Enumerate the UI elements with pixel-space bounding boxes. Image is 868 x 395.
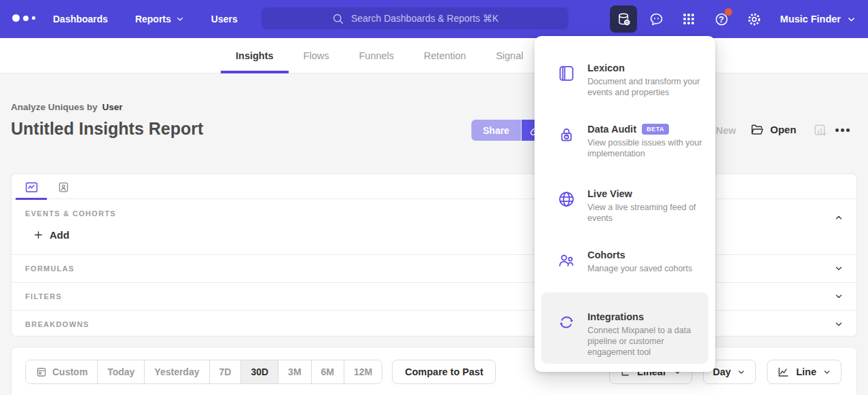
chevron-down-icon [176, 15, 184, 23]
apps-grid-icon [681, 12, 696, 27]
project-switcher[interactable]: Music Finder [780, 0, 856, 38]
folder-icon [750, 122, 764, 137]
chevron-down-icon [822, 368, 831, 377]
dot [841, 128, 844, 132]
audit-lock-icon [557, 125, 576, 144]
menu-item-description: Document and transform your events and p… [587, 76, 708, 98]
range-6m[interactable]: 6M [311, 360, 344, 383]
settings-button[interactable] [740, 5, 767, 33]
menu-item-description: Manage your saved cohorts [587, 263, 708, 274]
report-tabbar: Insights Flows Funnels Retention Signal … [0, 38, 868, 73]
line-chart-icon [777, 366, 790, 379]
book-icon [557, 64, 576, 83]
nav-users[interactable]: Users [211, 14, 238, 24]
search-icon [331, 12, 344, 25]
analyze-prefix: Analyze Uniques by [11, 102, 98, 112]
more-options-button[interactable] [835, 128, 850, 132]
top-navbar: Dashboards Reports Users Search Dashboar… [0, 0, 868, 38]
navbar-tools: ? [610, 5, 767, 33]
tab-signal[interactable]: Signal [481, 38, 538, 73]
chevron-down-icon [847, 15, 856, 24]
formulas-section[interactable]: FORMULAS [12, 254, 856, 282]
menu-item-integrations[interactable]: Integrations Connect Mixpanel to a data … [541, 292, 708, 364]
breakdowns-label: BREAKDOWNS [12, 320, 89, 328]
globe-icon [557, 190, 576, 209]
menu-item-title: Data Audit [587, 124, 636, 135]
report-tabs: Insights Flows Funnels Retention Signal … [221, 38, 579, 73]
beta-badge: BETA [642, 124, 669, 135]
chevron-down-icon[interactable] [834, 292, 844, 301]
open-label: Open [770, 124, 796, 135]
data-management-menu: Lexicon Document and transform your even… [535, 36, 715, 372]
feedback-bubble-icon [649, 12, 664, 27]
dot [846, 128, 850, 132]
integrations-sync-icon [557, 313, 576, 332]
analyze-line: Analyze Uniques by User [11, 102, 123, 112]
range-3m[interactable]: 3M [278, 360, 310, 383]
add-event-button[interactable]: Add [33, 229, 69, 241]
tab-retention[interactable]: Retention [409, 38, 481, 73]
range-yesterday[interactable]: Yesterday [144, 360, 209, 383]
mixpanel-logo[interactable] [12, 14, 35, 22]
date-controls-card: Custom Today Yesterday 7D 30D 3M 6M 12M … [11, 347, 857, 395]
range-today[interactable]: Today [97, 360, 144, 383]
open-report-button[interactable]: Open [750, 122, 796, 137]
range-30d[interactable]: 30D [240, 360, 278, 383]
breakdowns-section[interactable]: BREAKDOWNS [12, 310, 856, 338]
mixpanel-app: Dashboards Reports Users Search Dashboar… [0, 0, 868, 395]
date-range-group: Custom Today Yesterday 7D 30D 3M 6M 12M … [25, 360, 496, 384]
question-glyph: ? [719, 14, 724, 24]
data-management-button[interactable] [610, 5, 637, 33]
filters-label: FILTERS [12, 292, 62, 300]
apps-grid-button[interactable] [675, 5, 702, 33]
events-view-tab[interactable] [16, 177, 47, 197]
share-button[interactable]: Share [471, 120, 521, 141]
person-icon [57, 181, 70, 194]
help-button[interactable]: ? [708, 5, 735, 33]
formulas-label: FORMULAS [12, 264, 75, 273]
menu-item-title: Lexicon [587, 63, 625, 73]
filters-section[interactable]: FILTERS [12, 282, 856, 310]
menu-item-description: View possible issues with your implement… [587, 137, 708, 159]
analyze-entity[interactable]: User [103, 102, 123, 112]
add-to-dashboard-button[interactable] [812, 122, 828, 138]
dot [835, 128, 839, 132]
nav-reports[interactable]: Reports [135, 14, 184, 24]
primary-nav: Dashboards Reports Users [53, 0, 238, 38]
builder-view-tabs [12, 174, 856, 199]
menu-item-title: Integrations [587, 311, 644, 322]
tab-flows[interactable]: Flows [289, 38, 344, 73]
chart-type-dropdown[interactable]: Line [767, 360, 842, 384]
global-search-input[interactable]: Search Dashboards & Reports ⌘K [261, 7, 568, 29]
calendar-icon [35, 366, 48, 378]
menu-item-title: Live View [587, 188, 632, 199]
range-12m[interactable]: 12M [344, 360, 382, 383]
new-report-button[interactable]: New [716, 125, 736, 136]
compare-to-past-button[interactable]: Compare to Past [392, 360, 496, 384]
cohorts-people-icon [557, 251, 576, 270]
events-cohorts-label: EVENTS & COHORTS [12, 209, 116, 218]
notification-dot [725, 8, 732, 16]
chevron-down-icon[interactable] [834, 264, 844, 273]
range-custom[interactable]: Custom [26, 360, 97, 383]
add-label: Add [50, 229, 69, 241]
feedback-button[interactable] [643, 5, 670, 33]
range-7d[interactable]: 7D [209, 360, 241, 383]
project-name: Music Finder [780, 14, 841, 24]
users-view-tab[interactable] [50, 177, 77, 197]
plus-icon [33, 230, 43, 240]
database-gear-icon [616, 12, 632, 27]
chevron-down-icon [737, 368, 746, 377]
page-title[interactable]: Untitled Insights Report [11, 119, 203, 139]
chart-line-icon [24, 180, 39, 194]
chevron-up-icon[interactable] [834, 213, 844, 222]
settings-gear-icon [746, 12, 762, 27]
events-cohorts-section: EVENTS & COHORTS Add [12, 199, 856, 254]
menu-item-title: Cohorts [587, 250, 626, 260]
chevron-down-icon[interactable] [834, 320, 844, 329]
tab-funnels[interactable]: Funnels [344, 38, 409, 73]
tab-insights[interactable]: Insights [221, 38, 289, 73]
query-builder-card: EVENTS & COHORTS Add FORMULAS FILTERS BR… [11, 173, 857, 337]
nav-dashboards[interactable]: Dashboards [53, 14, 108, 24]
menu-item-description: Connect Mixpanel to a data pipeline or c… [587, 325, 698, 358]
